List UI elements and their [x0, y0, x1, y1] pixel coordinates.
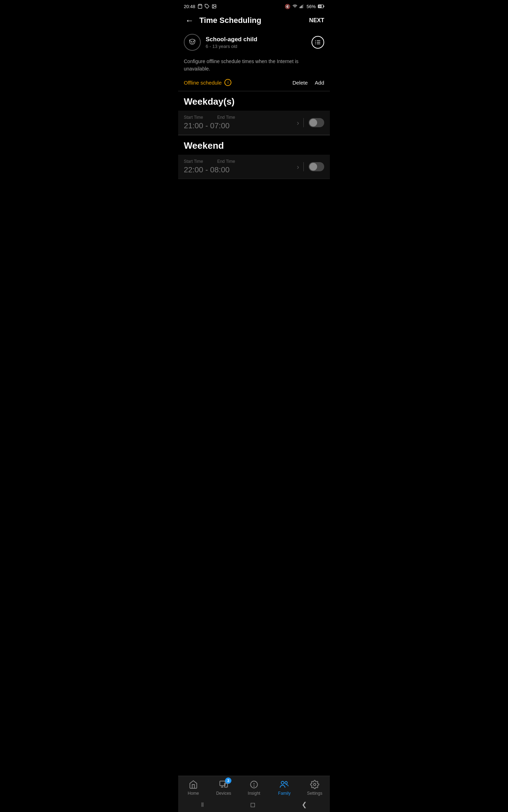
add-button[interactable]: Add [315, 80, 324, 86]
status-left: 20:48 [184, 4, 217, 9]
sys-back-button[interactable]: ❮ [302, 801, 307, 808]
list-options-button[interactable] [312, 36, 324, 49]
battery-percent: 56% [307, 4, 316, 9]
offline-info-icon[interactable]: i [224, 79, 231, 86]
svg-point-28 [314, 783, 316, 786]
nav-item-settings[interactable]: Settings [300, 780, 330, 796]
nav-items: Home 3 Devices [178, 776, 330, 798]
tag-icon [205, 4, 210, 9]
settings-label: Settings [307, 791, 322, 796]
insight-label: Insight [248, 791, 260, 796]
bottom-nav: Home 3 Devices [178, 776, 330, 812]
profile-info: School-aged child 6 - 13 years old [184, 34, 257, 51]
list-icon [315, 39, 321, 45]
svg-rect-7 [302, 5, 302, 8]
svg-point-3 [213, 5, 214, 6]
weekday-start-label: Start Time [184, 115, 203, 120]
status-right: 🔇 56% [285, 4, 324, 9]
family-icon [279, 780, 289, 789]
weekend-toggle[interactable] [309, 162, 324, 171]
home-icon [188, 780, 198, 789]
devices-label: Devices [216, 791, 231, 796]
profile-name: School-aged child [206, 36, 257, 43]
svg-rect-10 [319, 5, 321, 8]
weekend-section-header: Weekend [178, 135, 330, 155]
back-button[interactable]: ← [184, 14, 195, 27]
weekday-schedule-item[interactable]: Start Time End Time 21:00 - 07:00 › [178, 111, 330, 135]
top-nav: ← Time Scheduling NEXT [178, 11, 330, 31]
nav-item-home[interactable]: Home [178, 780, 208, 796]
weekend-chevron-icon: › [297, 163, 299, 171]
mute-icon: 🔇 [285, 4, 290, 9]
child-avatar-icon [187, 37, 198, 48]
weekday-end-label: End Time [217, 115, 235, 120]
weekend-time-values: 22:00 - 08:00 [184, 165, 297, 174]
svg-rect-5 [300, 7, 301, 8]
weekend-end-label: End Time [217, 159, 235, 164]
offline-schedule-row: Offline schedule i Delete Add [178, 77, 330, 91]
home-label: Home [188, 791, 199, 796]
wifi-icon [292, 4, 297, 9]
nav-item-insight[interactable]: Insight [239, 780, 269, 796]
weekend-start-label: Start Time [184, 159, 203, 164]
weekend-schedule-item[interactable]: Start Time End Time 22:00 - 08:00 › [178, 155, 330, 179]
cart-icon [198, 4, 202, 9]
family-label: Family [278, 791, 290, 796]
system-nav: ⫴ ◻ ❮ [178, 798, 330, 812]
profile-row: School-aged child 6 - 13 years old [178, 31, 330, 55]
devices-badge: 3 [225, 777, 231, 784]
main-content: School-aged child 6 - 13 years old Confi… [178, 31, 330, 812]
svg-point-12 [191, 41, 192, 42]
page-title: Time Scheduling [199, 16, 309, 25]
weekend-time-labels: Start Time End Time [184, 159, 297, 164]
next-button[interactable]: NEXT [309, 17, 324, 24]
settings-icon [310, 780, 320, 789]
svg-rect-8 [303, 4, 303, 8]
weekday-schedule-content: Start Time End Time 21:00 - 07:00 [184, 115, 297, 130]
insight-icon [249, 780, 259, 789]
image-icon [212, 4, 217, 9]
offline-actions: Delete Add [292, 80, 324, 86]
avatar [184, 34, 201, 51]
nav-item-devices[interactable]: 3 Devices [208, 780, 239, 796]
status-bar: 20:48 🔇 56% [178, 0, 330, 11]
svg-point-26 [281, 781, 284, 784]
svg-rect-6 [301, 6, 301, 8]
delete-button[interactable]: Delete [292, 80, 308, 86]
profile-age: 6 - 13 years old [206, 44, 257, 49]
status-time: 20:48 [184, 4, 195, 9]
battery-icon [318, 4, 324, 8]
svg-point-13 [193, 41, 194, 42]
nav-item-family[interactable]: Family [269, 780, 300, 796]
weekday-section-header: Weekday(s) [178, 91, 330, 111]
weekend-toggle-container [303, 162, 324, 171]
profile-text: School-aged child 6 - 13 years old [206, 36, 257, 49]
svg-point-27 [285, 782, 288, 784]
weekend-schedule-content: Start Time End Time 22:00 - 08:00 [184, 159, 297, 174]
devices-icon: 3 [219, 780, 229, 789]
weekday-chevron-icon: › [297, 119, 299, 127]
sys-recent-button[interactable]: ⫴ [201, 801, 204, 808]
weekday-time-values: 21:00 - 07:00 [184, 121, 297, 130]
svg-point-11 [190, 39, 195, 44]
weekday-time-labels: Start Time End Time [184, 115, 297, 120]
signal-icon [300, 4, 304, 9]
offline-schedule-label[interactable]: Offline schedule i [184, 79, 231, 86]
description-text: Configure offline schedule times when th… [178, 55, 330, 77]
weekday-toggle-container [303, 118, 324, 127]
weekday-toggle[interactable] [309, 118, 324, 127]
sys-home-button[interactable]: ◻ [250, 801, 255, 808]
